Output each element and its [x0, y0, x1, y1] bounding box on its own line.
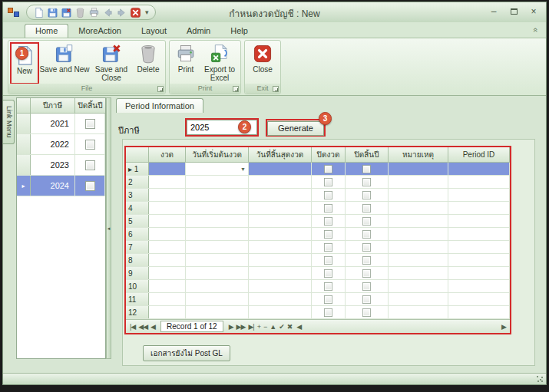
checkbox[interactable] — [85, 181, 95, 191]
grid-cell[interactable] — [346, 215, 389, 227]
year-row[interactable]: 2021 — [17, 114, 105, 134]
checkbox[interactable] — [362, 203, 371, 212]
post-gl-button[interactable]: เอกสารยังไม่ Post GL — [143, 345, 230, 361]
grid-cell[interactable] — [249, 293, 312, 305]
checkbox[interactable] — [324, 295, 332, 303]
grid-cell[interactable] — [448, 280, 510, 292]
grid-cell[interactable] — [389, 176, 448, 188]
grid-cell[interactable] — [312, 241, 346, 253]
new-button[interactable]: 1 New — [10, 42, 39, 84]
save-icon[interactable] — [47, 7, 58, 18]
period-row[interactable]: 4 — [126, 202, 510, 215]
checkbox[interactable] — [362, 164, 371, 173]
grid-cell[interactable] — [448, 176, 510, 188]
grid-cell[interactable] — [186, 241, 249, 253]
qat-dropdown-icon[interactable]: ▾ — [145, 8, 149, 16]
grid-cell[interactable] — [249, 306, 312, 318]
grid-cell[interactable] — [389, 228, 448, 240]
checkbox[interactable] — [324, 177, 332, 186]
grid-cell[interactable] — [249, 215, 312, 227]
close-button[interactable]: Close — [246, 42, 279, 84]
close-icon[interactable] — [130, 7, 141, 18]
panel-splitter[interactable]: ◂ — [106, 97, 111, 359]
delete-button[interactable]: Delete — [133, 42, 164, 84]
year-column-header[interactable]: ปีภาษี — [31, 98, 75, 113]
grid-cell[interactable] — [186, 215, 249, 227]
grid-cell[interactable] — [249, 228, 312, 240]
checkbox[interactable] — [362, 190, 371, 199]
checkbox[interactable] — [324, 282, 332, 290]
back-icon[interactable] — [102, 7, 114, 18]
grid-cell[interactable] — [389, 254, 448, 266]
period-row[interactable]: 9 — [126, 267, 510, 280]
forward-icon[interactable] — [116, 7, 127, 18]
grid-cell[interactable] — [312, 228, 346, 240]
grid-cell[interactable] — [448, 267, 510, 279]
grid-cell[interactable] — [249, 202, 312, 214]
grid-cell[interactable] — [312, 163, 346, 175]
period-row[interactable]: 12 — [126, 306, 510, 319]
export-to-excel-button[interactable]: Export to Excel — [200, 42, 239, 84]
grid-cell[interactable] — [389, 241, 448, 253]
checkbox[interactable] — [324, 242, 332, 251]
grid-cell[interactable] — [389, 202, 448, 214]
grid-cell[interactable] — [448, 163, 510, 175]
year-cell[interactable]: 2023 — [31, 155, 75, 175]
grid-cell[interactable] — [389, 280, 448, 292]
period-row[interactable]: ▸ 1▼ — [126, 163, 510, 176]
navigator-button[interactable]: ▲ — [268, 323, 277, 331]
navigator-button[interactable]: |◀ — [128, 323, 137, 331]
yearend-cell[interactable] — [75, 176, 105, 196]
checkbox[interactable] — [324, 268, 332, 277]
column-header[interactable]: Period ID — [448, 147, 510, 162]
grid-cell[interactable] — [186, 202, 249, 214]
link-menu-tab[interactable]: Link Menu — [3, 100, 15, 144]
print-button[interactable]: Print — [171, 42, 200, 84]
grid-cell[interactable] — [448, 228, 510, 240]
yearend-cell[interactable] — [75, 114, 105, 133]
checkbox[interactable] — [324, 308, 332, 316]
period-row[interactable]: 10 — [126, 280, 510, 293]
column-header[interactable]: วันที่สิ้นสุดงวด — [249, 147, 312, 162]
grid-cell[interactable] — [149, 189, 186, 201]
grid-cell[interactable] — [149, 215, 186, 227]
grid-cell[interactable] — [346, 228, 389, 240]
dialog-launcher-icon[interactable] — [273, 86, 279, 92]
checkbox[interactable] — [362, 268, 371, 277]
grid-cell[interactable] — [186, 293, 249, 305]
grid-cell[interactable] — [346, 202, 389, 214]
tab-home[interactable]: Home — [25, 24, 68, 38]
save-and-close-button[interactable]: Save and Close — [90, 42, 133, 84]
column-header[interactable]: งวด — [149, 147, 186, 162]
checkbox[interactable] — [85, 119, 95, 129]
grid-cell[interactable] — [249, 163, 312, 175]
grid-cell[interactable]: ▼ — [186, 163, 249, 175]
grid-cell[interactable] — [312, 202, 346, 214]
year-row[interactable]: 2022 — [17, 134, 105, 155]
grid-cell[interactable] — [389, 306, 448, 318]
checkbox[interactable] — [362, 229, 371, 238]
hscroll-right-icon[interactable]: ▶ — [500, 323, 508, 331]
checkbox[interactable] — [324, 255, 332, 264]
grid-cell[interactable] — [249, 254, 312, 266]
save-close-icon[interactable] — [61, 7, 72, 18]
period-row[interactable]: 11 — [126, 293, 510, 306]
navigator-button[interactable]: ◀ — [149, 323, 157, 331]
grid-cell[interactable] — [448, 189, 510, 201]
checkbox[interactable] — [85, 140, 95, 150]
yearend-cell[interactable] — [75, 134, 105, 154]
checkbox[interactable] — [324, 216, 332, 225]
column-header[interactable]: วันที่เริ่มต้นงวด — [186, 147, 249, 162]
grid-cell[interactable] — [346, 176, 389, 188]
ribbon-collapse-icon[interactable]: « — [531, 28, 541, 32]
checkbox[interactable] — [362, 242, 371, 251]
grid-cell[interactable] — [312, 306, 346, 318]
new-document-icon[interactable] — [33, 7, 45, 18]
checkbox[interactable] — [362, 177, 371, 186]
yearend-cell[interactable] — [75, 155, 105, 175]
grid-cell[interactable] — [448, 215, 510, 227]
grid-cell[interactable] — [249, 267, 312, 279]
navigator-button[interactable]: − — [262, 323, 268, 331]
checkbox[interactable] — [362, 295, 371, 303]
grid-cell[interactable] — [346, 163, 389, 175]
